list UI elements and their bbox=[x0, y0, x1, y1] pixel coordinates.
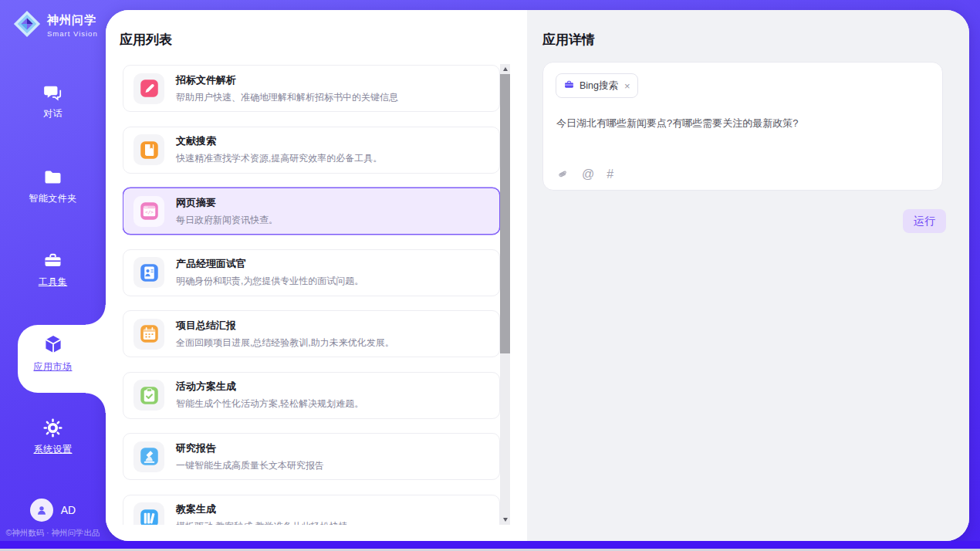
app-detail-title: 应用详情 bbox=[542, 31, 595, 49]
tool-tag-label: Bing搜索 bbox=[580, 79, 618, 93]
brand-text: 神州问学 Smart Vision bbox=[47, 13, 98, 38]
app-card-project-summary[interactable]: 项目总结汇报全面回顾项目进展,总结经验教训,助力未来优化发展。 bbox=[123, 310, 500, 357]
app-card-description: 一键智能生成高质量长文本研究报告 bbox=[176, 459, 324, 472]
app-card-title: 研究报告 bbox=[176, 441, 324, 455]
run-button[interactable]: 运行 bbox=[903, 209, 946, 233]
active-nav-curve-top bbox=[86, 305, 106, 325]
app-list-pane: 应用列表 招标文件解析帮助用户快速、准确地理解和解析招标书中的关键信息文献搜索快… bbox=[106, 10, 527, 541]
user-initials: AD bbox=[61, 504, 76, 516]
attachment-icon[interactable] bbox=[556, 168, 569, 181]
smart-folder-icon bbox=[0, 167, 106, 188]
literature-search-icon bbox=[133, 134, 164, 165]
sidebar-item-label: 对话 bbox=[0, 107, 106, 120]
app-card-pm-interviewer[interactable]: 产品经理面试官明确身份和职责,为您提供专业性的面试问题。 bbox=[123, 249, 500, 296]
scroll-up-icon[interactable] bbox=[500, 64, 510, 74]
project-summary-icon bbox=[133, 319, 164, 350]
app-card-description: 模板驱动,教案秒成,教学准备从此轻松快捷 bbox=[176, 520, 348, 525]
event-plan-icon bbox=[133, 380, 164, 411]
main-content: 应用列表 招标文件解析帮助用户快速、准确地理解和解析招标书中的关键信息文献搜索快… bbox=[106, 10, 969, 541]
brand-diamond-icon bbox=[12, 9, 42, 42]
pm-interviewer-icon bbox=[133, 257, 164, 288]
window-bottom-edge bbox=[0, 541, 980, 549]
app-card-title: 活动方案生成 bbox=[176, 380, 363, 394]
sidebar-item-chat[interactable]: 对话 bbox=[0, 82, 106, 120]
sidebar-item-settings-gear[interactable]: 系统设置 bbox=[0, 417, 106, 456]
app-card-title: 文献搜索 bbox=[176, 134, 382, 148]
app-card-title: 教案生成 bbox=[176, 502, 348, 516]
app-card-title: 项目总结汇报 bbox=[176, 319, 394, 333]
active-nav-curve-bottom bbox=[86, 393, 106, 413]
app-card-description: 帮助用户快速、准确地理解和解析招标书中的关键信息 bbox=[176, 91, 398, 104]
app-card-description: 智能生成个性化活动方案,轻松解决规划难题。 bbox=[176, 397, 363, 411]
app-market-icon bbox=[0, 333, 106, 356]
app-card-tender-parse[interactable]: 招标文件解析帮助用户快速、准确地理解和解析招标书中的关键信息 bbox=[123, 65, 500, 112]
brand-name: 神州问学 bbox=[47, 13, 98, 28]
brand-logo: 神州问学 Smart Vision bbox=[12, 9, 98, 42]
copyright-footer: ©神州数码 · 神州问学出品 bbox=[0, 528, 106, 539]
app-list-scrollbar[interactable] bbox=[500, 64, 510, 525]
briefcase-icon bbox=[563, 79, 575, 93]
app-card-title: 网页摘要 bbox=[176, 196, 278, 210]
app-card-lesson-plan[interactable]: 教案生成模板驱动,教案秒成,教学准备从此轻松快捷 bbox=[123, 495, 500, 526]
sidebar-item-app-market[interactable]: 应用市场 bbox=[0, 333, 106, 374]
sidebar-item-label: 系统设置 bbox=[0, 443, 106, 456]
avatar bbox=[30, 499, 53, 522]
sidebar-item-label: 应用市场 bbox=[0, 360, 106, 374]
sidebar: 神州问学 Smart Vision 对话智能文件夹工具集应用市场系统设置 AD … bbox=[0, 0, 106, 540]
app-card-title: 产品经理面试官 bbox=[176, 257, 363, 271]
app-card-description: 全面回顾项目进展,总结经验教训,助力未来优化发展。 bbox=[176, 336, 394, 350]
composer-toolbar: @ # bbox=[556, 167, 613, 181]
toolbox-icon bbox=[0, 250, 106, 271]
web-summary-icon: </> bbox=[133, 196, 164, 227]
close-icon[interactable]: × bbox=[624, 80, 630, 92]
sidebar-item-label: 智能文件夹 bbox=[0, 192, 106, 205]
mention-icon[interactable]: @ bbox=[582, 167, 594, 181]
app-card-event-plan[interactable]: 活动方案生成智能生成个性化活动方案,轻松解决规划难题。 bbox=[123, 372, 500, 419]
app-run-card: Bing搜索 × 今日湖北有哪些新闻要点?有哪些需要关注的最新政策? @ # bbox=[542, 62, 943, 191]
scrollbar-thumb[interactable] bbox=[500, 74, 510, 353]
app-list-title: 应用列表 bbox=[120, 31, 172, 49]
research-report-icon bbox=[133, 441, 164, 472]
app-card-description: 明确身份和职责,为您提供专业性的面试问题。 bbox=[176, 275, 363, 288]
app-window: 神州问学 Smart Vision 对话智能文件夹工具集应用市场系统设置 AD … bbox=[0, 0, 980, 551]
app-card-title: 招标文件解析 bbox=[176, 73, 398, 87]
svg-text:</>: </> bbox=[145, 209, 154, 215]
lesson-plan-icon bbox=[133, 502, 164, 525]
chat-icon bbox=[0, 82, 106, 103]
app-card-description: 每日政府新闻资讯快查。 bbox=[176, 214, 278, 227]
sidebar-item-toolbox[interactable]: 工具集 bbox=[0, 250, 106, 289]
tool-tag-bing-search[interactable]: Bing搜索 × bbox=[556, 73, 638, 98]
app-card-research-report[interactable]: 研究报告一键智能生成高质量长文本研究报告 bbox=[123, 433, 500, 480]
query-text[interactable]: 今日湖北有哪些新闻要点?有哪些需要关注的最新政策? bbox=[556, 116, 927, 131]
brand-tagline: Smart Vision bbox=[47, 29, 98, 38]
app-card-web-summary[interactable]: </>网页摘要每日政府新闻资讯快查。 bbox=[123, 188, 500, 235]
app-card-literature-search[interactable]: 文献搜索快速精准查找学术资源,提高研究效率的必备工具。 bbox=[123, 127, 500, 174]
settings-gear-icon bbox=[0, 417, 106, 438]
app-card-description: 快速精准查找学术资源,提高研究效率的必备工具。 bbox=[176, 152, 382, 165]
hashtag-icon[interactable]: # bbox=[607, 167, 613, 181]
user-account[interactable]: AD bbox=[0, 499, 106, 522]
scroll-down-icon[interactable] bbox=[500, 515, 510, 525]
tender-parse-icon bbox=[133, 73, 164, 104]
app-detail-pane: 应用详情 Bing搜索 × 今日湖北有哪些新闻要点?有哪些需要关注的最新政策? bbox=[527, 10, 969, 541]
sidebar-item-smart-folder[interactable]: 智能文件夹 bbox=[0, 167, 106, 205]
sidebar-item-label: 工具集 bbox=[0, 276, 106, 289]
app-list: 招标文件解析帮助用户快速、准确地理解和解析招标书中的关键信息文献搜索快速精准查找… bbox=[123, 64, 500, 525]
